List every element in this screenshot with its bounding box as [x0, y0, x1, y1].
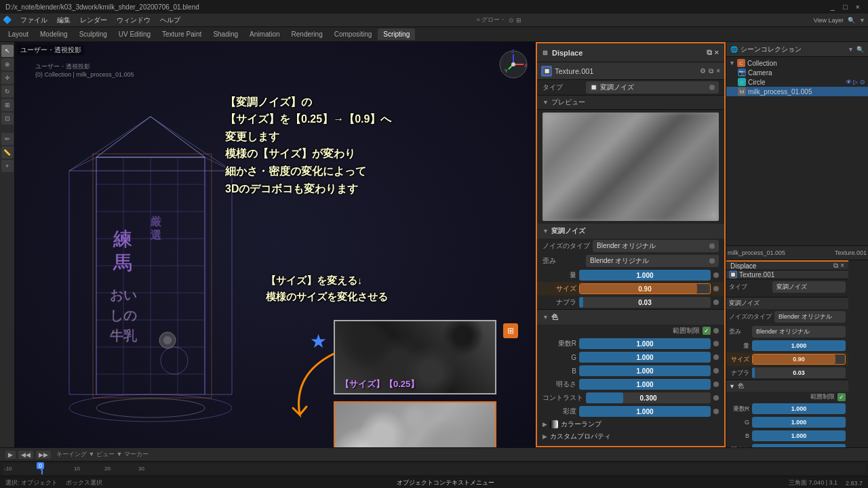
mini-displace-panel: Displace ⧉ × 🔲 Texture.001 タイプ 変調ノイズ [726, 260, 848, 447]
quantity-value: 1.000 [579, 270, 711, 281]
annotate-tool[interactable]: ✏ [1, 133, 14, 145]
move-tool[interactable]: ✛ [1, 72, 14, 84]
tab-animation[interactable]: Animation [244, 28, 285, 40]
menu-help[interactable]: ヘルプ [156, 14, 184, 26]
mini-copy-icon[interactable]: ⧉ [833, 262, 838, 270]
clamp-checkbox[interactable]: ✓ [703, 327, 711, 335]
svg-marker-1 [69, 157, 96, 394]
noise-section-header[interactable]: ▼ 変調ノイズ [537, 224, 724, 239]
transform-tool[interactable]: ⊡ [1, 113, 14, 125]
tab-scripting[interactable]: Scripting [378, 28, 415, 40]
basis-field[interactable]: Blender オリジナル [586, 255, 719, 267]
mini-brightness-slider[interactable]: 1.000 [752, 444, 846, 447]
tab-rendering[interactable]: Rendering [286, 28, 328, 40]
color-section-header[interactable]: ▼ 色 [537, 309, 724, 325]
panel-grid-icon: ⊞ [542, 49, 548, 56]
color-ramp-row[interactable]: ▶ カラーランプ [537, 418, 724, 430]
mini-nabla-row: ナブラ 0.03 [726, 366, 848, 380]
menu-edit[interactable]: 編集 [53, 14, 75, 26]
timeline-bar[interactable]: -10 0 10 20 30 0 [0, 461, 868, 476]
svg-text:おい: おい [110, 287, 137, 302]
mini-mul-r-slider[interactable]: 1.000 [752, 403, 846, 414]
menu-window[interactable]: ウィンドウ [113, 14, 155, 26]
cursor-tool[interactable]: ⊕ [1, 58, 14, 70]
nabla-slider[interactable]: 0.03 [579, 297, 711, 308]
menu-file[interactable]: ファイル [16, 14, 52, 26]
texture-icon: 🔲 [541, 66, 552, 77]
mini-mul-g-slider[interactable]: 1.000 [752, 417, 846, 428]
search-icon[interactable]: 🔍 [848, 17, 855, 24]
mini-qty-val: 1.000 [752, 340, 846, 351]
menu-render[interactable]: レンダー [76, 14, 111, 26]
mini-nabla-val: 0.03 [752, 367, 846, 378]
maximize-btn[interactable]: □ [840, 3, 850, 11]
minimize-btn[interactable]: _ [828, 3, 837, 11]
custom-props-row[interactable]: ▶ カスタムプロパティ [537, 430, 724, 443]
mini-quantity-slider[interactable]: 1.000 [752, 340, 846, 351]
add-tool[interactable]: + [1, 160, 14, 172]
measure-tool[interactable]: 📏 [1, 146, 14, 159]
size-slider[interactable]: 0.90 [579, 283, 711, 294]
preview-resize[interactable]: ⠿ [711, 211, 716, 218]
tab-texture-paint[interactable]: Texture Paint [157, 28, 207, 40]
mini-type-field[interactable]: 変調ノイズ [772, 281, 846, 293]
tex-copy-icon[interactable]: ⧉ [709, 67, 713, 75]
mini-basis-field[interactable]: Blender オリジナル [752, 326, 846, 338]
outliner-search-icon[interactable]: 🔍 [856, 46, 864, 53]
panel-close-icon[interactable]: × [715, 48, 719, 57]
mini-basis-label: 歪み [729, 327, 749, 336]
props-icons-strip: milk_process_01.005 Texture.001 [726, 245, 868, 260]
tab-sculpting[interactable]: Sculpting [74, 28, 113, 40]
scale-tool[interactable]: ⊞ [1, 99, 14, 111]
tab-uv[interactable]: UV Editing [113, 28, 156, 40]
svg-point-28 [163, 336, 172, 344]
panel-copy-icon[interactable]: ⧉ [707, 48, 712, 57]
brightness-slider[interactable]: 1.000 [579, 379, 711, 390]
preview-arrow: ▼ [542, 99, 549, 106]
nabla-value: 0.03 [579, 297, 711, 308]
ann2-line2: 模様のサイズを変化させる [266, 289, 388, 305]
type-dot [709, 85, 715, 90]
contrast-slider[interactable]: 0.300 [586, 392, 711, 403]
outliner-item-collection[interactable]: ▼ C Collection [726, 58, 868, 68]
tab-shading[interactable]: Shading [208, 28, 243, 40]
tab-modeling[interactable]: Modeling [35, 28, 73, 40]
tab-compositing[interactable]: Compositing [329, 28, 378, 40]
keyframe-label: キーイング ▼ ビュー ▼ マーカー [56, 450, 149, 459]
mini-noise-type-field[interactable]: Blender オリジナル [774, 311, 846, 323]
noise-type-field[interactable]: Blender オリジナル [593, 240, 719, 252]
mini-close-icon[interactable]: × [840, 262, 844, 270]
outliner-item-camera[interactable]: 📷 Camera [726, 68, 868, 77]
tex-settings-icon[interactable]: ⚙ [700, 67, 706, 75]
mini-size-slider[interactable]: 0.90 [752, 354, 846, 365]
contrast-value: 0.300 [586, 392, 711, 403]
rotate-tool[interactable]: ↻ [1, 85, 14, 98]
type-value-field[interactable]: 🔲 変調ノイズ [586, 81, 719, 94]
mini-nabla-slider[interactable]: 0.03 [752, 367, 846, 378]
mini-clamp-checkbox[interactable]: ✓ [837, 393, 846, 401]
close-btn[interactable]: × [853, 3, 863, 11]
ctrl-play[interactable]: ▶ [5, 451, 16, 459]
mul-b-row: B 1.000 [537, 364, 724, 378]
ctrl-fwd[interactable]: ▶▶ [36, 451, 51, 459]
svg-point-18 [96, 399, 205, 418]
mul-g-slider[interactable]: 1.000 [579, 352, 711, 363]
filter-icon[interactable]: ▼ [859, 17, 865, 24]
viewport-3d[interactable]: ユーザー・透視投影 ユーザー・透視投影 (0) Collection | mil… [15, 42, 536, 447]
status-triangle-count: 三角面 7,040 | 3.1 [789, 479, 837, 487]
outliner-filter-icon[interactable]: ▼ [848, 46, 854, 53]
mul-b-slider[interactable]: 1.000 [579, 365, 711, 376]
mini-mul-b-slider[interactable]: 1.000 [752, 430, 846, 441]
outliner-icon: 🌐 [730, 46, 738, 53]
mul-r-slider[interactable]: 1.000 [579, 338, 711, 349]
tab-layout[interactable]: Layout [3, 28, 34, 40]
preview-section[interactable]: ▼ プレビュー [537, 95, 724, 110]
ctrl-rewind[interactable]: ◀◀ [18, 451, 33, 459]
outliner-item-milk[interactable]: M milk_process_01.005 [726, 87, 868, 96]
select-tool[interactable]: ↖ [1, 45, 14, 57]
outliner-item-circle[interactable]: ○ Circle 👁 ▷ ⊙ [726, 77, 868, 87]
tex-close-icon[interactable]: × [716, 67, 720, 75]
saturation-slider[interactable]: 1.000 [579, 406, 711, 417]
viewport-gizmo[interactable]: X Y Z [496, 47, 530, 81]
quantity-slider[interactable]: 1.000 [579, 270, 711, 281]
